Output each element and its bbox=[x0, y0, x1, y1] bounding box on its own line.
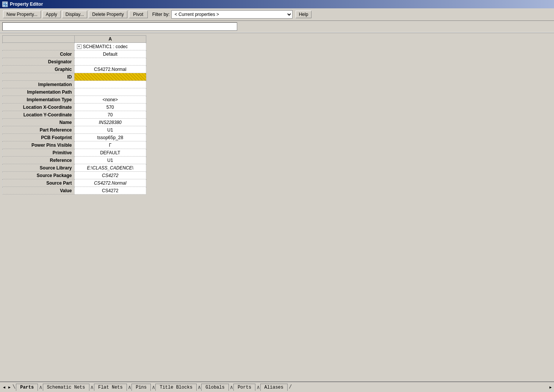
toolbar: New Property... Apply Display... Delete … bbox=[0, 8, 554, 21]
tab-aliases[interactable]: Aliases bbox=[260, 384, 288, 391]
prop-value-cell[interactable]: 570 bbox=[74, 103, 146, 111]
prop-name-cell: Value bbox=[3, 187, 75, 194]
tab-schematic-nets[interactable]: Schematic Nets bbox=[43, 384, 89, 391]
table-row: Location Y-Coordinate70 bbox=[3, 111, 146, 119]
pivot-button[interactable]: Pivot bbox=[129, 11, 148, 18]
tab-divider-1: ∧ bbox=[39, 384, 42, 390]
window-icon bbox=[2, 2, 8, 7]
tab-divider-8: / bbox=[289, 384, 292, 390]
tab-pins[interactable]: Pins bbox=[131, 384, 151, 391]
property-editor-window: Property Editor New Property... Apply Di… bbox=[0, 0, 554, 392]
filter-label: Filter by: bbox=[152, 12, 170, 17]
prop-name-cell: Primitive bbox=[3, 149, 75, 157]
content-area: A + SCHEMATIC1 : codec ColorDefaultDesig… bbox=[0, 34, 554, 381]
table-row: Part ReferenceU1 bbox=[3, 126, 146, 134]
tab-divider-6: ∧ bbox=[230, 384, 233, 390]
table-row: Implementation bbox=[3, 81, 146, 88]
prop-value-cell[interactable]: CS4272.Normal bbox=[74, 66, 146, 73]
tab-divider-3: ∧ bbox=[128, 384, 131, 390]
prop-value-cell[interactable]: DEFAULT bbox=[74, 149, 146, 157]
prop-name-cell: Source Part bbox=[3, 179, 75, 187]
display-button[interactable]: Display... bbox=[62, 11, 87, 18]
prop-name-cell: Power Pins Visible bbox=[3, 141, 75, 149]
apply-button[interactable]: Apply bbox=[42, 11, 61, 18]
prop-value-cell[interactable]: U1 bbox=[74, 126, 146, 134]
search-input[interactable] bbox=[2, 22, 237, 31]
svg-rect-3 bbox=[3, 5, 5, 6]
prop-value-cell[interactable] bbox=[74, 88, 146, 96]
prop-value-cell[interactable]: Default bbox=[74, 50, 146, 58]
prop-name-cell: Implementation Path bbox=[3, 88, 75, 96]
tab-divider-4: ∧ bbox=[152, 384, 155, 390]
tab-globals[interactable]: Globals bbox=[201, 384, 228, 391]
tab-back-slash: \ bbox=[13, 384, 16, 390]
table-row: Implementation Path bbox=[3, 88, 146, 96]
tab-right-arrow[interactable]: ► bbox=[549, 385, 552, 389]
prop-value-cell[interactable]: 70 bbox=[74, 111, 146, 119]
prop-value-cell[interactable]: CS4272 bbox=[74, 172, 146, 179]
tab-flat-nets[interactable]: Flat Nets bbox=[94, 384, 127, 391]
prop-value-cell[interactable] bbox=[74, 58, 146, 66]
filter-select[interactable]: < Current properties > bbox=[171, 10, 293, 19]
prop-name-cell: Location Y-Coordinate bbox=[3, 111, 75, 119]
prop-name-cell: Source Package bbox=[3, 172, 75, 179]
prop-value-cell[interactable]: CS4272.Normal bbox=[74, 179, 146, 187]
tab-divider-2: ∧ bbox=[91, 384, 94, 390]
table-row: PCB Footprinttssop65p_28 bbox=[3, 134, 146, 141]
tab-parts[interactable]: Parts bbox=[16, 384, 38, 391]
tab-title-blocks[interactable]: Title Blocks bbox=[155, 384, 196, 391]
bottom-tabs: ◄ ► \ Parts ∧ Schematic Nets ∧ Flat Nets… bbox=[0, 381, 554, 392]
prop-name-cell: Location X-Coordinate bbox=[3, 103, 75, 111]
tab-divider-5: ∧ bbox=[198, 384, 201, 390]
property-table: A + SCHEMATIC1 : codec ColorDefaultDesig… bbox=[2, 35, 146, 194]
tab-prev-arrow[interactable]: ◄ bbox=[2, 385, 7, 389]
help-button[interactable]: Help bbox=[296, 11, 312, 18]
table-row: Source PartCS4272.Normal bbox=[3, 179, 146, 187]
table-row: Designator bbox=[3, 58, 146, 66]
table-row: PrimitiveDEFAULT bbox=[3, 149, 146, 157]
new-property-button[interactable]: New Property... bbox=[3, 11, 41, 18]
window-title: Property Editor bbox=[10, 2, 43, 7]
prop-value-cell[interactable] bbox=[74, 81, 146, 88]
table-row: ID bbox=[3, 73, 146, 81]
search-bar bbox=[0, 21, 554, 32]
prop-name-cell: Reference bbox=[3, 157, 75, 164]
table-row: ColorDefault bbox=[3, 50, 146, 58]
svg-rect-1 bbox=[3, 3, 5, 4]
delete-property-button[interactable]: Delete Property bbox=[89, 11, 127, 18]
prop-name-cell: Designator bbox=[3, 58, 75, 66]
prop-name-cell: Color bbox=[3, 50, 75, 58]
table-row: Power Pins VisibleΓ bbox=[3, 141, 146, 149]
prop-value-cell[interactable]: INS228380 bbox=[74, 119, 146, 126]
title-bar: Property Editor bbox=[0, 0, 554, 8]
col-empty-header bbox=[3, 36, 75, 43]
prop-value-cell[interactable]: tssop65p_28 bbox=[74, 134, 146, 141]
prop-value-cell[interactable]: E:\CLASS_CADENCE\ bbox=[74, 164, 146, 172]
prop-value-cell[interactable]: <none> bbox=[74, 96, 146, 103]
prop-value-cell[interactable] bbox=[74, 73, 146, 81]
prop-name-cell: Graphic bbox=[3, 66, 75, 73]
table-row: GraphicCS4272.Normal bbox=[3, 66, 146, 73]
tab-ports[interactable]: Ports bbox=[233, 384, 255, 391]
prop-name-cell: ID bbox=[3, 73, 75, 81]
table-row: Implementation Type<none> bbox=[3, 96, 146, 103]
schematic-value-cell[interactable]: + SCHEMATIC1 : codec bbox=[74, 43, 146, 50]
prop-value-cell[interactable]: U1 bbox=[74, 157, 146, 164]
prop-name-cell: Implementation bbox=[3, 81, 75, 88]
table-row: Location X-Coordinate570 bbox=[3, 103, 146, 111]
tab-divider-7: ∧ bbox=[257, 384, 260, 390]
schematic-value: SCHEMATIC1 : codec bbox=[83, 44, 128, 49]
prop-name-cell: Source Library bbox=[3, 164, 75, 172]
col-a-header: A bbox=[74, 36, 146, 43]
tab-next-arrow[interactable]: ► bbox=[7, 385, 12, 389]
prop-value-cell[interactable]: CS4272 bbox=[74, 187, 146, 194]
table-row: ReferenceU1 bbox=[3, 157, 146, 164]
svg-rect-4 bbox=[6, 5, 7, 6]
prop-value-cell[interactable]: Γ bbox=[74, 141, 146, 149]
expand-button[interactable]: + bbox=[77, 44, 81, 49]
schematic-name-label bbox=[3, 43, 75, 50]
prop-name-cell: PCB Footprint bbox=[3, 134, 75, 141]
prop-name-cell: Name bbox=[3, 119, 75, 126]
table-row: Source PackageCS4272 bbox=[3, 172, 146, 179]
prop-name-cell: Implementation Type bbox=[3, 96, 75, 103]
